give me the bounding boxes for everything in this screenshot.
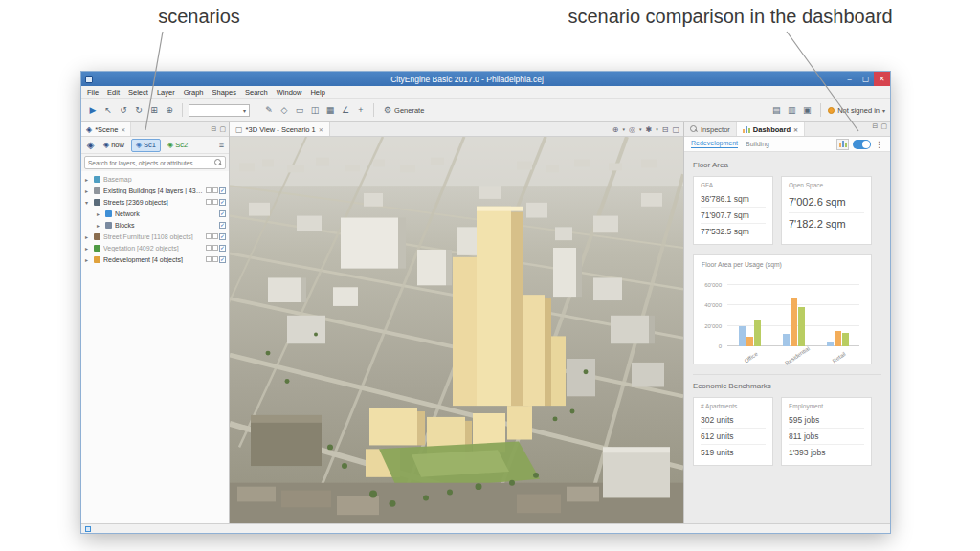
tree-row-blocks[interactable]: ▸Blocks✓: [81, 219, 229, 231]
layer-isolate-icon[interactable]: [206, 187, 212, 193]
layer-visibility-checkbox[interactable]: ✓: [219, 187, 226, 194]
layout-icon[interactable]: ▤: [769, 103, 783, 117]
run-icon[interactable]: ▶: [86, 103, 100, 117]
layer-visibility-checkbox[interactable]: ✓: [219, 199, 226, 206]
layer-lock-icon[interactable]: [212, 256, 218, 262]
layer-isolate-icon[interactable]: [206, 256, 212, 262]
close-icon[interactable]: ✕: [793, 126, 798, 133]
tree-row-street-furniture[interactable]: ▸Street Furniture [1108 objects]✓: [81, 231, 229, 242]
frame-icon[interactable]: ⊞: [147, 103, 161, 117]
chevron-right-icon[interactable]: ▸: [97, 210, 102, 217]
camera-icon[interactable]: ◎: [629, 125, 635, 134]
titlebar[interactable]: CityEngine Basic 2017.0 - Philadelphia.c…: [81, 72, 890, 86]
close-icon[interactable]: ✕: [121, 126, 125, 133]
layer-visibility-checkbox[interactable]: ✓: [219, 222, 226, 229]
chevron-right-icon[interactable]: ▸: [85, 233, 91, 240]
chevron-down-icon[interactable]: ▾: [85, 199, 91, 206]
tree-row-network[interactable]: ▸Network✓: [81, 208, 229, 219]
layer-isolate-icon[interactable]: [206, 199, 212, 205]
menu-item-file[interactable]: File: [87, 88, 99, 97]
scenario-comparison-toggle[interactable]: [853, 140, 871, 149]
menu-item-edit[interactable]: Edit: [107, 88, 120, 97]
zoom-icon[interactable]: ⊕: [163, 103, 176, 117]
minimize-panel-icon[interactable]: ⊟: [662, 125, 669, 134]
tab-inspector[interactable]: Inspector: [684, 122, 737, 136]
measure-tool-icon[interactable]: ∠: [339, 103, 352, 117]
polygon-tool-icon[interactable]: ◇: [278, 103, 291, 117]
menu-item-help[interactable]: Help: [310, 88, 324, 97]
texture-tool-icon[interactable]: ▦: [323, 103, 337, 117]
layer-isolate-icon[interactable]: [206, 233, 212, 239]
select-icon[interactable]: ↖: [101, 103, 115, 117]
minimize-panel-icon[interactable]: ⊟: [212, 125, 217, 133]
generate-button[interactable]: ⚙ Generate: [380, 105, 428, 115]
chevron-right-icon[interactable]: ▸: [85, 245, 91, 252]
kebab-menu-icon[interactable]: ⋮: [875, 140, 883, 149]
draw-street-icon[interactable]: ✎: [262, 103, 276, 117]
layer-search-input[interactable]: [88, 160, 214, 166]
menu-item-graph[interactable]: Graph: [184, 88, 204, 97]
chevron-right-icon[interactable]: ▸: [97, 222, 102, 229]
close-icon[interactable]: ✕: [319, 126, 323, 133]
layer-isolate-icon[interactable]: [206, 245, 212, 251]
layer-visibility-checkbox[interactable]: ✓: [219, 245, 226, 252]
signin-button[interactable]: Not signed in ▾: [828, 106, 885, 115]
layer-lock-icon[interactable]: [212, 199, 218, 205]
navigation-icon[interactable]: ⊕: [612, 125, 619, 134]
toolbar-search-combo[interactable]: ▾: [189, 104, 250, 117]
menu-item-window[interactable]: Window: [277, 88, 302, 97]
snap-tool-icon[interactable]: +: [354, 103, 368, 117]
subtab-redevelopment[interactable]: Redevelopment: [691, 140, 738, 148]
minimize-button[interactable]: –: [841, 72, 858, 86]
tree-row-vegetation[interactable]: ▸Vegetation [4092 objects]✓: [81, 242, 229, 253]
tree-row-redevelopment[interactable]: ▸Redevelopment [4 objects]✓: [81, 253, 229, 265]
close-button[interactable]: ✕: [874, 72, 890, 86]
maximize-panel-icon[interactable]: ▢: [672, 125, 679, 134]
menu-item-search[interactable]: Search: [245, 88, 268, 97]
scenario-manager-icon[interactable]: ≡: [219, 141, 226, 150]
maximize-panel-icon[interactable]: ▢: [219, 125, 226, 133]
redo-icon[interactable]: ↻: [132, 103, 145, 117]
tree-row-streets[interactable]: ▾Streets [2369 objects]✓: [81, 196, 229, 208]
tab-scene[interactable]: ◈ *Scene ✕: [81, 122, 131, 136]
table-icon[interactable]: ▥: [785, 103, 798, 117]
menu-item-shapes[interactable]: Shapes: [212, 88, 236, 97]
layer-visibility-checkbox[interactable]: ✓: [219, 210, 226, 217]
scenario-button-sc2[interactable]: ◈ Sc2: [163, 139, 192, 152]
employment-card: Employment 595 jobs811 jobs1'393 jobs: [781, 397, 872, 466]
basemap-icon: [94, 176, 100, 183]
menu-item-select[interactable]: Select: [128, 88, 148, 97]
annotation-dashboard: scenario comparison in the dashboard: [534, 6, 926, 28]
tab-dashboard[interactable]: Dashboard ✕: [737, 122, 805, 136]
layer-visibility-checkbox[interactable]: ✓: [219, 233, 226, 240]
layer-lock-icon[interactable]: [212, 187, 218, 193]
menu-item-layer[interactable]: Layer: [157, 88, 175, 97]
layer-visibility-checkbox[interactable]: ✓: [219, 256, 226, 263]
bookmark-icon[interactable]: ✱: [646, 125, 653, 134]
maximize-button[interactable]: ▢: [858, 72, 874, 86]
metric-value: 519 units: [701, 445, 766, 460]
scenarios-stack-icon[interactable]: ◈: [84, 140, 97, 150]
scenario-button-sc1[interactable]: ◈ Sc1: [131, 139, 161, 152]
offset-tool-icon[interactable]: ◫: [308, 103, 322, 117]
layer-lock-icon[interactable]: [212, 233, 218, 239]
tab-3d-view[interactable]: ▢ *3D View - Scenario 1 ✕: [230, 122, 330, 136]
layer-lock-icon[interactable]: [212, 245, 218, 251]
rect-tool-icon[interactable]: ▭: [293, 103, 306, 117]
tree-row-basemap[interactable]: ▸Basemap: [81, 173, 229, 185]
viewport-3d[interactable]: [230, 137, 683, 523]
undo-icon[interactable]: ↺: [117, 103, 130, 117]
chevron-right-icon[interactable]: ▸: [85, 176, 91, 183]
open-space-values: 7'002.6 sqm7'182.2 sqm: [789, 191, 864, 234]
signin-label: Not signed in: [837, 106, 880, 115]
scenario-button-now[interactable]: ◈ now: [99, 139, 129, 152]
minimize-panel-icon[interactable]: ⊟: [873, 122, 879, 136]
subtab-building[interactable]: Building: [746, 141, 769, 147]
add-chart-button[interactable]: [836, 139, 849, 150]
chevron-right-icon[interactable]: ▸: [85, 187, 91, 194]
maximize-panel-icon[interactable]: ▢: [880, 122, 887, 136]
tree-row-existing-buildings[interactable]: ▸Existing Buildings [4 layers | 4332✓: [81, 185, 229, 196]
usage-chart-card: Floor Area per Usage (sqm) 020'00040'000…: [693, 254, 872, 364]
chevron-right-icon[interactable]: ▸: [85, 256, 91, 263]
print-icon[interactable]: ▣: [800, 103, 813, 117]
